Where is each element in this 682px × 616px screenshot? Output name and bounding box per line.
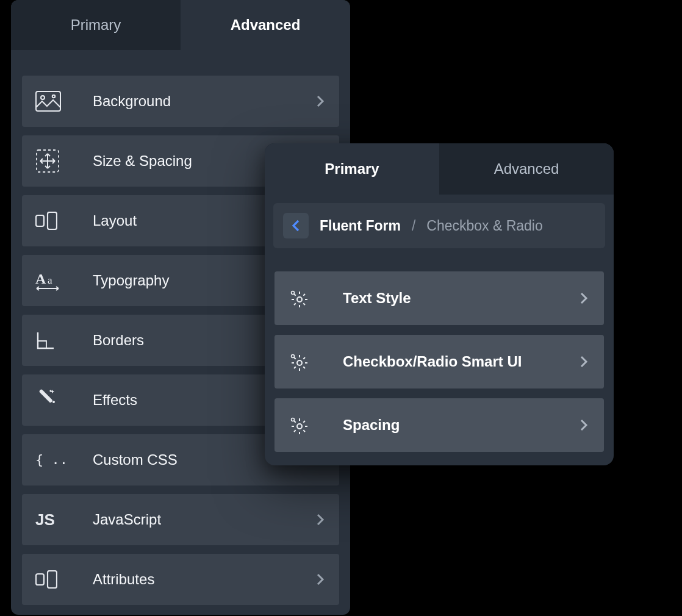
svg-point-10 [50, 390, 51, 392]
svg-text:a: a [48, 274, 52, 286]
chevron-right-icon [316, 573, 326, 586]
svg-point-19 [297, 424, 302, 429]
svg-point-18 [292, 355, 295, 358]
svg-point-1 [41, 96, 45, 99]
typography-icon: A a [35, 270, 70, 291]
section-label: Background [70, 93, 316, 110]
svg-rect-5 [48, 212, 57, 229]
section-label: Checkbox/Radio Smart UI [315, 353, 580, 370]
chevron-right-icon [580, 418, 589, 432]
svg-rect-0 [36, 91, 60, 111]
section-item-checkbox-radio-smart-ui[interactable]: Checkbox/Radio Smart UI [275, 335, 604, 389]
chevron-right-icon [316, 95, 326, 108]
custom-css-icon: { ... } [35, 451, 70, 469]
section-item-text-style[interactable]: Text Style [275, 271, 604, 325]
svg-point-16 [292, 292, 295, 295]
borders-icon [35, 330, 70, 351]
tab-advanced[interactable]: Advanced [181, 0, 350, 50]
breadcrumb-separator: / [412, 218, 415, 234]
svg-point-2 [52, 95, 56, 98]
gear-icon [289, 353, 315, 371]
tab-strip: Primary Advanced [265, 143, 614, 195]
background-icon [35, 91, 70, 112]
section-label: Attributes [70, 571, 316, 588]
section-label: Spacing [315, 417, 580, 434]
tab-primary[interactable]: Primary [11, 0, 181, 50]
primary-panel: Primary Advanced Fluent Form / Checkbox … [265, 143, 614, 465]
svg-text:A: A [35, 271, 46, 287]
chevron-left-icon [292, 219, 300, 232]
svg-point-9 [53, 401, 55, 403]
svg-point-17 [297, 360, 302, 365]
effects-icon [35, 389, 70, 412]
svg-point-15 [297, 297, 302, 302]
tab-advanced[interactable]: Advanced [439, 143, 614, 195]
section-item-javascript[interactable]: JS JavaScript [22, 494, 339, 545]
section-label: Text Style [315, 290, 580, 307]
gear-icon [289, 289, 315, 307]
javascript-icon: JS [35, 510, 70, 529]
svg-text:JS: JS [35, 510, 55, 529]
chevron-right-icon [580, 292, 589, 305]
section-item-background[interactable]: Background [22, 76, 339, 127]
back-button[interactable] [283, 213, 309, 238]
gear-icon [289, 416, 315, 434]
section-item-attributes[interactable]: Attributes [22, 554, 339, 605]
breadcrumb-current: Checkbox & Radio [426, 218, 543, 234]
attributes-icon [35, 570, 70, 589]
chevron-right-icon [316, 513, 326, 526]
breadcrumb-root[interactable]: Fluent Form [320, 218, 401, 234]
section-list: Text Style Checkbox/Radio Smart UI [265, 248, 614, 465]
svg-rect-14 [48, 571, 57, 588]
size-spacing-icon [35, 149, 70, 173]
tab-label: Primary [71, 16, 121, 34]
section-label: JavaScript [70, 511, 316, 528]
breadcrumb: Fluent Form / Checkbox & Radio [273, 203, 605, 248]
svg-rect-4 [36, 215, 44, 226]
tab-strip: Primary Advanced [11, 0, 350, 50]
tab-label: Primary [325, 160, 379, 177]
layout-icon [35, 212, 70, 230]
tab-label: Advanced [231, 16, 301, 34]
tab-label: Advanced [494, 160, 559, 177]
section-item-spacing[interactable]: Spacing [275, 398, 604, 452]
svg-rect-13 [36, 574, 44, 585]
chevron-right-icon [580, 355, 589, 368]
svg-point-20 [292, 418, 295, 421]
svg-text:{ ... }: { ... } [35, 452, 68, 467]
tab-primary[interactable]: Primary [265, 143, 439, 195]
